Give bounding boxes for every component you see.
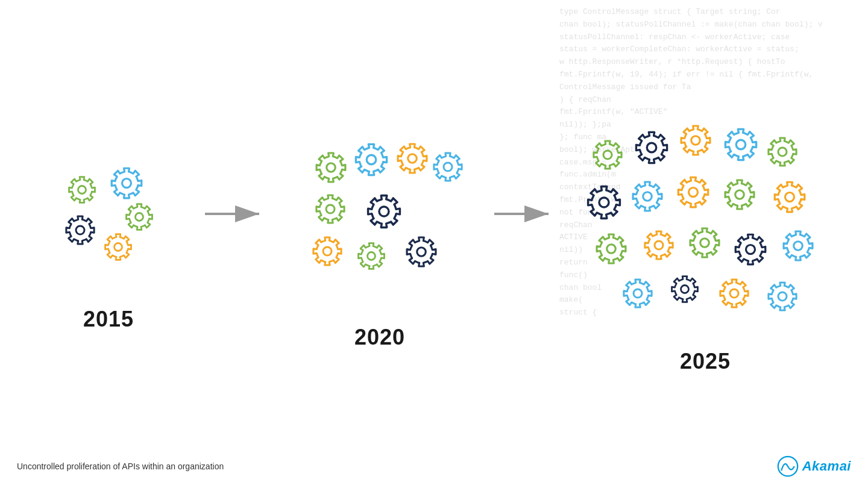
- svg-point-24: [643, 192, 652, 201]
- svg-point-13: [323, 247, 332, 255]
- gear-icon: [621, 277, 655, 313]
- svg-point-30: [700, 239, 709, 248]
- gears-2025: [573, 90, 838, 331]
- year-2020: 2020: [354, 325, 405, 350]
- gear-icon: [772, 179, 808, 217]
- gear-icon: [124, 201, 155, 235]
- gear-icon: [669, 274, 700, 307]
- svg-point-8: [366, 155, 376, 164]
- svg-point-11: [326, 205, 335, 213]
- svg-point-33: [634, 289, 642, 298]
- main-content: 2015: [0, 0, 868, 488]
- svg-point-22: [778, 148, 787, 156]
- gear-icon: [365, 192, 403, 233]
- svg-point-18: [603, 151, 612, 159]
- year-group-2025: 2025: [573, 90, 838, 374]
- svg-point-15: [417, 248, 426, 257]
- svg-point-26: [735, 190, 744, 199]
- gear-icon: [313, 150, 348, 187]
- arrow-1: [199, 202, 271, 226]
- gear-icon: [310, 234, 344, 271]
- gear-icon: [66, 174, 98, 208]
- gear-icon: [722, 177, 757, 214]
- svg-point-14: [368, 252, 376, 260]
- gear-icon: [353, 141, 390, 181]
- svg-point-10: [444, 163, 452, 171]
- gear-icon: [717, 277, 751, 313]
- gear-icon: [356, 240, 387, 274]
- svg-point-0: [78, 186, 86, 194]
- gear-icon: [594, 231, 629, 269]
- gear-icon: [431, 150, 465, 186]
- year-group-2020: 2020: [283, 114, 476, 350]
- gear-icon: [642, 228, 676, 264]
- year-group-2015: 2015: [30, 132, 187, 332]
- gear-icon: [63, 213, 97, 249]
- svg-point-36: [778, 292, 787, 301]
- arrow-2: [488, 202, 561, 226]
- gear-icon: [395, 141, 430, 178]
- svg-point-1: [122, 179, 131, 188]
- akamai-logo: Akamai: [777, 455, 851, 477]
- gear-icon: [678, 123, 713, 160]
- gear-icon: [630, 179, 665, 216]
- year-2025: 2025: [680, 349, 731, 374]
- svg-point-25: [689, 188, 698, 197]
- gear-icon: [732, 231, 769, 270]
- year-2015: 2015: [83, 307, 134, 332]
- gear-icon: [108, 165, 145, 204]
- svg-point-32: [794, 242, 803, 251]
- gear-icon: [313, 192, 347, 228]
- akamai-text: Akamai: [802, 458, 851, 474]
- svg-point-35: [730, 289, 738, 298]
- svg-point-7: [327, 163, 336, 172]
- svg-point-34: [681, 286, 689, 293]
- svg-point-9: [408, 154, 417, 163]
- svg-point-12: [379, 207, 389, 216]
- bottom-caption: Uncontrolled proliferation of APIs withi…: [17, 461, 224, 471]
- gear-icon: [766, 135, 799, 171]
- gears-2020: [283, 114, 476, 307]
- gear-icon: [633, 129, 670, 169]
- gear-icon: [687, 225, 722, 263]
- svg-point-2: [136, 213, 143, 221]
- timeline-row: 2015: [30, 90, 838, 374]
- svg-point-4: [115, 243, 122, 251]
- gear-icon: [585, 183, 623, 224]
- svg-point-31: [746, 245, 755, 254]
- gear-icon: [722, 126, 760, 166]
- svg-point-19: [647, 143, 656, 152]
- gear-icon: [781, 228, 816, 266]
- gear-icon: [591, 138, 624, 174]
- gear-icon: [404, 234, 439, 272]
- svg-point-21: [736, 140, 746, 149]
- svg-point-28: [607, 245, 616, 254]
- gear-icon: [102, 231, 134, 265]
- svg-point-29: [655, 241, 663, 249]
- svg-point-27: [785, 193, 794, 202]
- gear-icon: [675, 174, 711, 213]
- gears-2015: [30, 132, 187, 289]
- gear-icon: [766, 280, 799, 316]
- svg-point-20: [691, 136, 700, 145]
- svg-point-23: [599, 198, 609, 207]
- svg-point-3: [76, 226, 84, 234]
- akamai-icon: [777, 455, 799, 477]
